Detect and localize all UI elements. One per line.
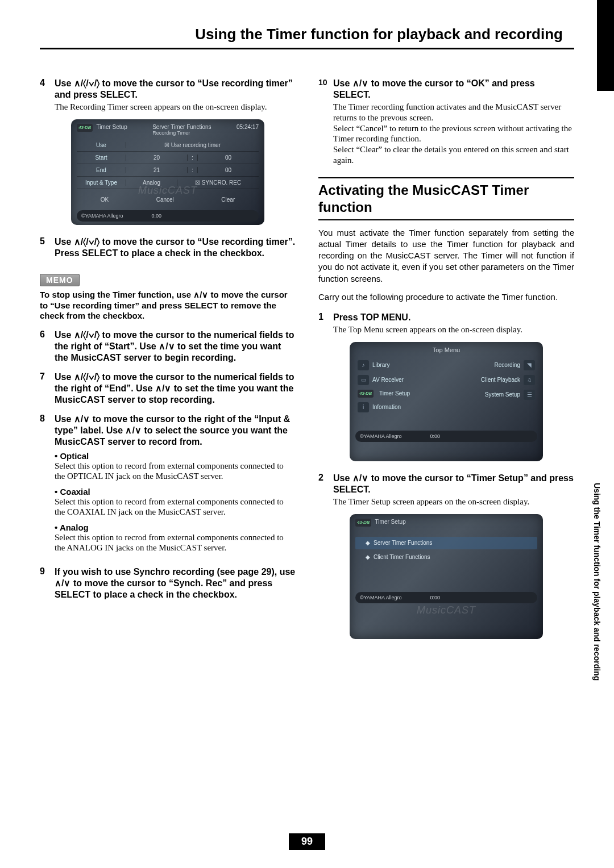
info-icon: i — [358, 402, 369, 412]
ss-row-start: Start 20 : 00 — [77, 152, 259, 164]
ss-value: 21 — [126, 167, 187, 173]
bullet-title: Analog — [55, 523, 296, 532]
ss-value: 00 — [197, 167, 259, 173]
ss-sep: : — [187, 167, 197, 173]
menu-item-label: Timer Setup — [379, 390, 410, 397]
menu-item-label: Library — [372, 362, 390, 368]
ss-clear: Clear — [221, 197, 235, 203]
ss-title: Top Menu — [355, 347, 537, 353]
setup-icon: ☰ — [524, 390, 535, 400]
ss-tab: Timer Setup — [97, 124, 127, 130]
section-heading: Activating the MusicCAST Timer function — [318, 177, 574, 220]
menu-item: Client Playback♫ — [450, 375, 535, 385]
step-number: 7 — [40, 372, 55, 406]
step-7: 7 Use ∧/〈/∨/〉 to move the cursor to the … — [40, 372, 296, 406]
step-6: 6 Use ∧/〈/∨/〉 to move the cursor to the … — [40, 329, 296, 364]
step-text: The Top Menu screen appears on the on-sc… — [333, 324, 574, 335]
screenshot-timer-setup: 43·DB Timer Setup ◆ Server Timer Functio… — [350, 514, 543, 639]
step-text: The Timer Setup screen appears on the on… — [333, 496, 574, 507]
step-8: 8 Use ∧/∨ to move the cursor to the righ… — [40, 414, 296, 558]
ss-row-end: End 21 : 00 — [77, 164, 259, 177]
step-number: 1 — [318, 312, 333, 335]
recording-icon: ◥ — [524, 360, 535, 370]
ss-footer: ©YAMAHA Allegro 0:00 — [77, 210, 259, 222]
step-heading: Use ∧/∨ to move the cursor to “OK” and p… — [333, 78, 574, 101]
ss-label: Start — [77, 155, 126, 161]
memo-badge: MEMO — [40, 274, 80, 286]
ss-option-label: Server Timer Functions — [374, 540, 432, 546]
ss-row-use: Use ☒ Use recording timer — [77, 139, 259, 152]
ss-footer-time: 0:00 — [430, 433, 441, 439]
ss-value: 20 — [126, 155, 187, 161]
menu-item-label: Client Playback — [481, 377, 520, 383]
library-icon: ♪ — [358, 360, 369, 370]
menu-item-label: Recording — [494, 362, 520, 368]
ss-label: End — [77, 167, 126, 173]
ss-sep: : — [187, 155, 197, 161]
ss-value: ☒ Use recording timer — [126, 142, 259, 148]
menu-item-label: System Setup — [485, 391, 520, 398]
side-running-head: Using the Timer function for playback an… — [592, 483, 601, 681]
ss-footer-brand: ©YAMAHA Allegro — [360, 433, 402, 439]
ss-footer-time: 0:00 — [152, 213, 162, 219]
ss-option: ◆ Client Timer Functions — [355, 551, 537, 564]
step-4: 4 Use ∧/〈/∨/〉 to move the cursor to “Use… — [40, 78, 296, 112]
ss-watermark: MusicCAST — [71, 185, 264, 197]
page-number: 99 — [289, 833, 325, 850]
step-heading: Use ∧/〈/∨/〉 to move the cursor to the nu… — [55, 329, 296, 364]
ss-footer-brand: ©YAMAHA Allegro — [360, 595, 402, 600]
menu-item: ♪Library — [358, 360, 443, 370]
bullet-text: Select this option to record from extern… — [55, 461, 296, 481]
ss-option-label: Client Timer Functions — [374, 554, 430, 560]
step-1: 1 Press TOP MENU. The Top Menu screen ap… — [318, 312, 574, 335]
step-heading: Use ∧/〈/∨/〉 to move the cursor to “Use r… — [55, 236, 296, 259]
step-heading: Use ∧/∨ to move the cursor to the right … — [55, 414, 296, 448]
ss-logo: 43·DB — [77, 124, 93, 132]
step-9: 9 If you wish to use Synchro recording (… — [40, 566, 296, 600]
ss-title: Server Timer Functions — [152, 124, 211, 130]
menu-item: 43·DBTimer Setup — [358, 390, 443, 398]
bullet-coaxial: Coaxial Select this option to record fro… — [55, 487, 296, 517]
step-number: 9 — [40, 566, 55, 600]
menu-item-label: Information — [372, 404, 401, 410]
page-number-wrap: 99 — [0, 833, 614, 850]
section-body: You must activate the Timer function sep… — [318, 227, 574, 285]
receiver-icon: ▭ — [358, 375, 369, 385]
bullet-analog: Analog Select this option to recrod from… — [55, 523, 296, 553]
menu-item-label: AV Receiver — [372, 377, 404, 383]
page-content: Using the Timer function for playback an… — [0, 0, 614, 650]
ss-option: ◆ Server Timer Functions — [355, 537, 537, 549]
right-column: 10 Use ∧/∨ to move the cursor to “OK” an… — [318, 78, 574, 650]
step-number: 8 — [40, 414, 55, 558]
ss-logo: 43·DB — [355, 519, 371, 527]
playback-icon: ♫ — [524, 375, 535, 385]
step-5: 5 Use ∧/〈/∨/〉 to move the cursor to “Use… — [40, 236, 296, 259]
ss-footer: ©YAMAHA Allegro 0:00 — [355, 592, 537, 603]
bullet-title: Optical — [55, 451, 296, 461]
menu-item: System Setup☰ — [450, 390, 535, 400]
step-heading: If you wish to use Synchro recording (se… — [55, 566, 296, 600]
step-text: The Recording Timer screen appears on th… — [55, 102, 296, 112]
bullet-title: Coaxial — [55, 487, 296, 496]
step-number: 2 — [318, 473, 333, 507]
ss-label: Use — [77, 142, 126, 148]
ss-footer: ©YAMAHA Allegro 0:00 — [355, 431, 537, 442]
ss-ok: OK — [101, 197, 109, 203]
screenshot-recording-timer: 43·DB Timer Setup Server Timer Functions… — [71, 119, 264, 225]
timer-icon: 43·DB — [358, 390, 374, 398]
left-column: 4 Use ∧/〈/∨/〉 to move the cursor to “Use… — [40, 78, 296, 650]
step-heading: Press TOP MENU. — [333, 312, 574, 323]
step-2: 2 Use ∧/∨ to move the cursor to “Timer S… — [318, 473, 574, 507]
bullet-text: Select this option to record from extern… — [55, 496, 296, 517]
page-title: Using the Timer function for playback an… — [40, 23, 574, 49]
step-number: 10 — [318, 78, 333, 166]
menu-item: ▭AV Receiver — [358, 375, 443, 385]
bullet-optical: Optical Select this option to record fro… — [55, 451, 296, 481]
step-heading: Use ∧/〈/∨/〉 to move the cursor to the nu… — [55, 372, 296, 406]
ss-subtitle: Recording Timer — [152, 130, 211, 136]
ss-cancel: Cancel — [156, 197, 174, 203]
menu-item: iInformation — [358, 402, 443, 412]
ss-value: 00 — [197, 155, 259, 161]
step-number: 5 — [40, 236, 55, 259]
step-number: 4 — [40, 78, 55, 112]
